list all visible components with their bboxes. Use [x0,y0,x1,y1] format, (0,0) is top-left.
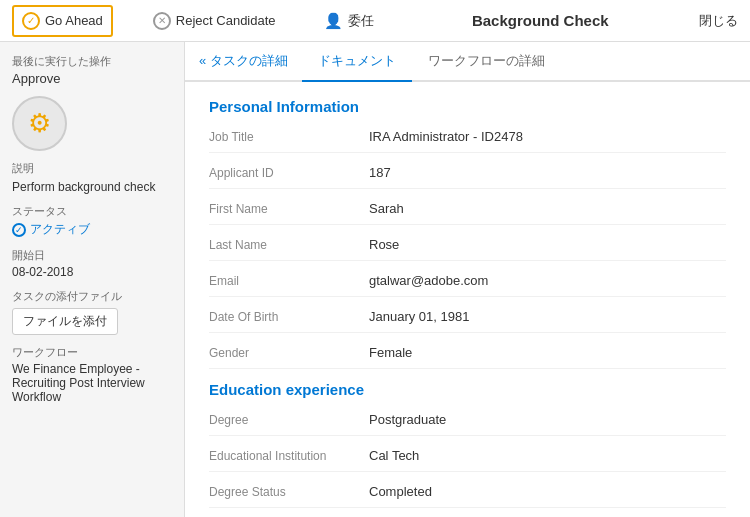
table-row: Degree StatusCompleted [209,484,726,508]
document-content: Personal Information Job TitleIRA Admini… [185,82,750,517]
table-row: Emailgtalwar@adobe.com [209,273,726,297]
reject-icon: ✕ [153,12,171,30]
toolbar: ✓ Go Ahead ✕ Reject Candidate 👤 委任 Backg… [0,0,750,42]
reject-candidate-button[interactable]: ✕ Reject Candidate [145,7,284,35]
status-label: ステータス [12,204,172,219]
start-date-value: 08-02-2018 [12,265,172,279]
attach-file-button[interactable]: ファイルを添付 [12,308,118,335]
go-ahead-label: Go Ahead [45,13,103,28]
field-value: IRA Administrator - ID2478 [369,129,523,144]
field-label: First Name [209,202,369,216]
main-layout: 最後に実行した操作 Approve ⚙ 説明 Perform backgroun… [0,42,750,517]
workflow-value: We Finance Employee - Recruiting Post In… [12,362,172,404]
workflow-label: ワークフロー [12,345,172,360]
personal-info-title: Personal Information [209,98,726,115]
go-ahead-button[interactable]: ✓ Go Ahead [12,5,113,37]
go-ahead-icon: ✓ [22,12,40,30]
reject-label: Reject Candidate [176,13,276,28]
description-label: 説明 [12,161,172,176]
education-title: Education experience [209,381,726,398]
field-label: Degree Status [209,485,369,499]
status-text: アクティブ [30,221,90,238]
table-row: Date Of BirthJanuary 01, 1981 [209,309,726,333]
gear-icon: ⚙ [28,108,51,139]
table-row: First NameSarah [209,201,726,225]
field-label: Degree [209,413,369,427]
field-value: Postgraduate [369,412,446,427]
table-row: Educational InstitutionCal Tech [209,448,726,472]
tab-workflow-label: ワークフローの詳細 [428,53,545,68]
assign-label: 委任 [348,12,374,30]
content-area: « タスクの詳細 ドキュメント ワークフローの詳細 Personal Infor… [185,42,750,517]
status-value: ✓ アクティブ [12,221,172,238]
active-status-icon: ✓ [12,223,26,237]
assign-person-icon: 👤 [324,12,343,30]
field-value: gtalwar@adobe.com [369,273,488,288]
education-fields: DegreePostgraduateEducational Institutio… [209,412,726,508]
tab-document[interactable]: ドキュメント [302,42,412,82]
last-action-label: 最後に実行した操作 [12,54,172,69]
start-date-label: 開始日 [12,248,172,263]
assign-button[interactable]: 👤 委任 [316,7,382,35]
sidebar: 最後に実行した操作 Approve ⚙ 説明 Perform backgroun… [0,42,185,517]
personal-fields: Job TitleIRA Administrator - ID2478Appli… [209,129,726,369]
table-row: GenderFemale [209,345,726,369]
last-action-value: Approve [12,71,172,86]
tabs-bar: « タスクの詳細 ドキュメント ワークフローの詳細 [185,42,750,82]
field-value: Rose [369,237,399,252]
field-value: 187 [369,165,391,180]
field-value: Cal Tech [369,448,419,463]
field-label: Applicant ID [209,166,369,180]
field-label: Last Name [209,238,369,252]
tab-workflow[interactable]: ワークフローの詳細 [412,42,561,82]
field-label: Email [209,274,369,288]
table-row: Job TitleIRA Administrator - ID2478 [209,129,726,153]
table-row: Last NameRose [209,237,726,261]
tab-back-label: « タスクの詳細 [199,52,288,70]
table-row: Applicant ID187 [209,165,726,189]
field-label: Date Of Birth [209,310,369,324]
page-title: Background Check [398,12,683,29]
avatar: ⚙ [12,96,67,151]
field-label: Job Title [209,130,369,144]
close-button[interactable]: 閉じる [699,12,738,30]
field-value: Completed [369,484,432,499]
table-row: DegreePostgraduate [209,412,726,436]
attach-label: タスクの添付ファイル [12,289,172,304]
tab-document-label: ドキュメント [318,53,396,68]
field-label: Gender [209,346,369,360]
description-value: Perform background check [12,180,172,194]
field-value: January 01, 1981 [369,309,469,324]
tab-back-button[interactable]: « タスクの詳細 [185,42,302,80]
field-label: Educational Institution [209,449,369,463]
field-value: Female [369,345,412,360]
field-value: Sarah [369,201,404,216]
